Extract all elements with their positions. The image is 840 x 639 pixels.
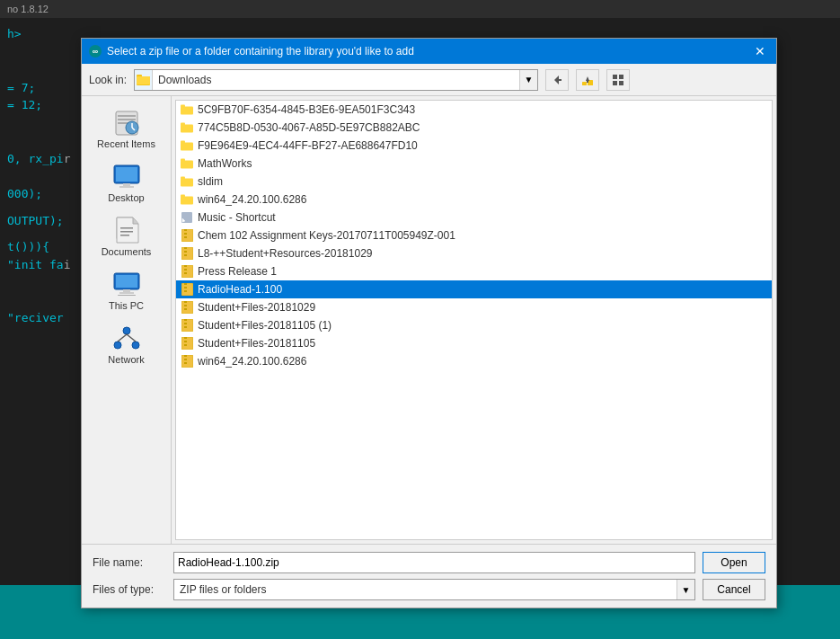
svg-rect-65 xyxy=(184,272,187,274)
list-item[interactable]: 5C9FB70F-6354-4845-B3E6-9EA501F3C343 xyxy=(176,101,772,119)
svg-rect-28 xyxy=(120,231,133,233)
dialog-close-button[interactable]: ✕ xyxy=(751,42,769,60)
svg-rect-51 xyxy=(181,195,185,198)
svg-rect-73 xyxy=(184,308,187,310)
sidebar-item-recent[interactable]: Recent Items xyxy=(91,103,163,154)
svg-rect-62 xyxy=(181,265,193,278)
svg-rect-45 xyxy=(181,141,185,144)
sidebar-item-documents[interactable]: Documents xyxy=(91,211,163,262)
svg-rect-2 xyxy=(137,76,150,84)
svg-rect-68 xyxy=(184,287,187,288)
look-in-dropdown-arrow[interactable]: ▼ xyxy=(519,70,537,90)
look-in-label: Look in: xyxy=(89,74,127,86)
open-button[interactable]: Open xyxy=(703,552,765,573)
sidebar-item-desktop-label: Desktop xyxy=(108,192,144,203)
list-item[interactable]: Chem 102 Assignment Keys-20170711T005949… xyxy=(176,226,772,244)
sidebar-item-network-label: Network xyxy=(108,354,144,365)
svg-rect-70 xyxy=(181,301,193,314)
folder-icon xyxy=(180,120,194,135)
list-item[interactable]: Music - Shortcut xyxy=(176,209,772,226)
svg-point-36 xyxy=(114,342,121,349)
filetype-row: Files of type: ZIP files or folders ▼ Ca… xyxy=(93,579,765,600)
file-list-panel: 5C9FB70F-6354-4845-B3E6-9EA501F3C343 774… xyxy=(175,100,773,540)
svg-rect-21 xyxy=(116,167,137,182)
sidebar-item-desktop[interactable]: Desktop xyxy=(91,157,163,208)
folder-icon xyxy=(180,174,194,189)
filetype-combo-arrow[interactable]: ▼ xyxy=(676,580,694,599)
filetype-combo-value: ZIP files or folders xyxy=(174,583,676,596)
svg-rect-83 xyxy=(184,355,187,357)
svg-rect-32 xyxy=(123,289,130,292)
filename-input[interactable] xyxy=(173,552,695,573)
list-item[interactable]: Press Release 1 xyxy=(176,262,772,280)
filetype-combo[interactable]: ZIP files or folders ▼ xyxy=(173,579,695,600)
svg-rect-11 xyxy=(613,81,617,85)
svg-rect-72 xyxy=(184,305,187,306)
svg-rect-54 xyxy=(181,229,193,242)
zip-icon xyxy=(180,246,194,261)
svg-rect-9 xyxy=(613,75,617,79)
list-item[interactable]: win64_24.20.100.6286 xyxy=(176,191,772,209)
list-item[interactable]: F9E964E9-4EC4-44FF-BF27-AE688647FD10 xyxy=(176,137,772,155)
toolbar-view-button[interactable] xyxy=(606,69,630,91)
svg-rect-75 xyxy=(184,319,187,321)
svg-rect-66 xyxy=(181,283,193,296)
svg-rect-47 xyxy=(181,159,185,162)
svg-rect-81 xyxy=(184,344,187,346)
svg-rect-57 xyxy=(184,236,187,238)
toolbar-back-button[interactable] xyxy=(545,69,569,91)
sidebar-item-network[interactable]: Network xyxy=(91,319,163,369)
zip-icon xyxy=(180,282,194,297)
svg-rect-44 xyxy=(181,143,193,151)
desktop-icon xyxy=(112,162,141,191)
zip-icon xyxy=(180,228,194,243)
svg-rect-12 xyxy=(619,81,623,85)
arduino-logo-icon: ∞ xyxy=(89,45,102,58)
svg-rect-69 xyxy=(184,290,187,292)
svg-rect-49 xyxy=(181,177,185,180)
svg-rect-61 xyxy=(184,254,187,256)
zip-icon xyxy=(180,300,194,315)
svg-rect-74 xyxy=(181,319,193,332)
list-item[interactable]: 774C5B8D-0530-4067-A85D-5E97CB882ABC xyxy=(176,119,772,137)
svg-rect-59 xyxy=(184,247,187,249)
svg-line-39 xyxy=(127,334,136,342)
documents-icon xyxy=(112,216,141,244)
svg-rect-33 xyxy=(119,292,134,294)
svg-rect-79 xyxy=(184,337,187,339)
svg-rect-29 xyxy=(120,235,129,236)
zip-icon xyxy=(180,318,194,333)
sidebar-item-documents-label: Documents xyxy=(102,246,152,257)
list-item[interactable]: MathWorks xyxy=(176,155,772,173)
dialog-title-text: Select a zip file or a folder containing… xyxy=(107,45,414,58)
svg-rect-71 xyxy=(184,301,187,303)
svg-rect-31 xyxy=(116,275,137,288)
cancel-button[interactable]: Cancel xyxy=(703,579,765,600)
list-item[interactable]: Student+Files-20181105 xyxy=(176,334,772,352)
look-in-combo[interactable]: Downloads ▼ xyxy=(134,69,538,91)
svg-rect-5 xyxy=(582,82,587,85)
zip-icon xyxy=(180,354,194,368)
svg-rect-84 xyxy=(184,359,187,360)
svg-rect-40 xyxy=(181,107,193,115)
list-item[interactable]: win64_24.20.100.6286 xyxy=(176,352,772,370)
toolbar-up-button[interactable] xyxy=(576,69,599,91)
sidebar-panel: Recent Items Desktop xyxy=(82,96,172,544)
sidebar-item-this-pc[interactable]: This PC xyxy=(91,265,163,315)
svg-rect-4 xyxy=(558,79,561,81)
dialog-toolbar: Look in: Downloads ▼ xyxy=(82,64,776,96)
dialog-footer: File name: Open Files of type: ZIP files… xyxy=(82,544,776,608)
folder-icon xyxy=(180,102,194,117)
list-item[interactable]: sldim xyxy=(176,173,772,191)
svg-rect-56 xyxy=(184,233,187,235)
svg-rect-82 xyxy=(181,355,193,368)
list-item[interactable]: L8-++Student+Resources-20181029 xyxy=(176,244,772,262)
svg-rect-55 xyxy=(184,229,187,231)
zip-icon xyxy=(180,336,194,351)
svg-rect-78 xyxy=(181,337,193,350)
list-item[interactable]: Student+Files-20181105 (1) xyxy=(176,316,772,334)
svg-rect-34 xyxy=(118,295,136,296)
filename-label: File name: xyxy=(93,556,173,569)
list-item-selected[interactable]: RadioHead-1.100 xyxy=(176,280,772,298)
list-item[interactable]: Student+Files-20181029 xyxy=(176,298,772,316)
